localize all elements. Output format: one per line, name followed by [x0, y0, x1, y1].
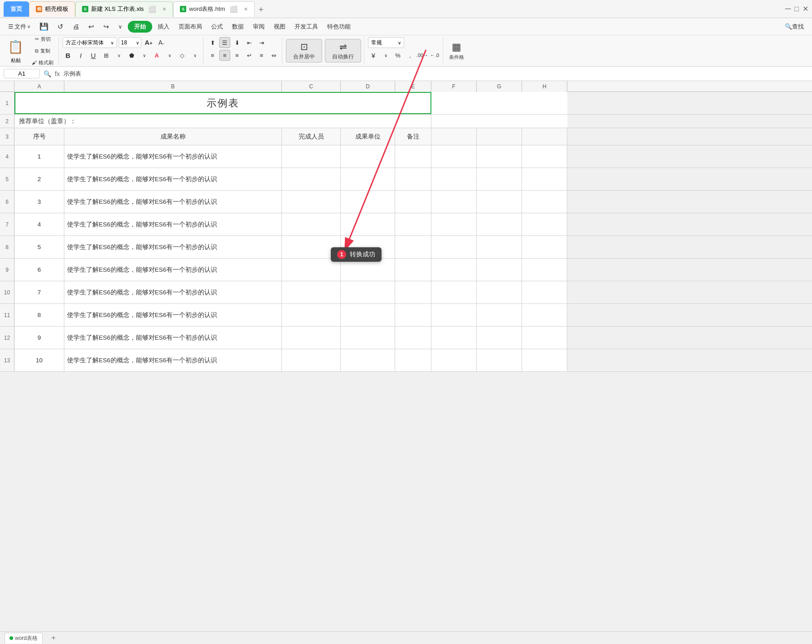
formula-input[interactable] [63, 70, 808, 77]
cell-a3[interactable]: 序号 [14, 128, 64, 145]
cell-h12[interactable] [522, 327, 567, 349]
cell-h13[interactable] [522, 349, 567, 371]
shape-dropdown[interactable]: ∨ [139, 50, 150, 61]
cell-c5[interactable] [282, 168, 341, 190]
cell-f10[interactable] [431, 281, 477, 303]
align-top-button[interactable]: ⬆ [207, 37, 218, 48]
percent-button[interactable]: % [392, 50, 403, 61]
cell-h6[interactable] [522, 191, 567, 213]
formula-menu[interactable]: 公式 [208, 21, 227, 32]
close-window-icon[interactable]: ✕ [802, 5, 808, 13]
cell-b9[interactable]: 使学生了解ES6的概念，能够对ES6有一个初步的认识 [64, 259, 282, 281]
col-header-g[interactable]: G [477, 81, 522, 92]
indent-decrease-button[interactable]: ⇤ [244, 37, 255, 48]
cell-h8[interactable] [522, 236, 567, 258]
cell-c10[interactable] [282, 281, 341, 303]
cell-a2[interactable]: 推荐单位（盖章）： [14, 115, 431, 128]
font-name-selector[interactable]: 方正小标宋简体 ∨ [63, 37, 117, 48]
tab-xls[interactable]: S 新建 XLS 工作表.xls ⬜ ✕ [75, 1, 173, 17]
tab-word[interactable]: S word表格.htm ⬜ ✕ [173, 1, 254, 17]
cell-g3[interactable] [477, 128, 522, 145]
cell-f1[interactable] [431, 92, 477, 114]
cell-g11[interactable] [477, 304, 522, 326]
cell-c11[interactable] [282, 304, 341, 326]
shape-button[interactable]: ⬟ [126, 50, 137, 61]
review-menu[interactable]: 审阅 [249, 21, 268, 32]
cell-e3[interactable]: 备注 [395, 128, 431, 145]
italic-button[interactable]: I [75, 50, 86, 61]
cell-h10[interactable] [522, 281, 567, 303]
col-header-a[interactable]: A [14, 81, 64, 92]
find-menu[interactable]: 🔍查找 [781, 21, 807, 32]
cell-d10[interactable] [341, 281, 395, 303]
cell-d13[interactable] [341, 349, 395, 371]
cell-h2[interactable] [522, 115, 567, 128]
cell-a9[interactable]: 6 [14, 259, 64, 281]
cell-reference-input[interactable] [4, 69, 40, 78]
cell-h3[interactable] [522, 128, 567, 145]
word-close-icon[interactable]: ✕ [244, 6, 248, 12]
font-color-button[interactable]: A [151, 50, 162, 61]
font-color-dropdown[interactable]: ∨ [164, 50, 175, 61]
cell-b12[interactable]: 使学生了解ES6的概念，能够对ES6有一个初步的认识 [64, 327, 282, 349]
cell-g13[interactable] [477, 349, 522, 371]
cell-f11[interactable] [431, 304, 477, 326]
cell-b5[interactable]: 使学生了解ES6的概念，能够对ES6有一个初步的认识 [64, 168, 282, 190]
cell-f7[interactable] [431, 213, 477, 235]
cell-g12[interactable] [477, 327, 522, 349]
cell-b8[interactable]: 使学生了解ES6的概念，能够对ES6有一个初步的认识 [64, 236, 282, 258]
highlight-dropdown[interactable]: ∨ [189, 50, 200, 61]
view-menu[interactable]: 视图 [270, 21, 289, 32]
cell-g6[interactable] [477, 191, 522, 213]
cell-d12[interactable] [341, 327, 395, 349]
bold-button[interactable]: B [63, 50, 73, 61]
cell-g10[interactable] [477, 281, 522, 303]
cell-e5[interactable] [395, 168, 431, 190]
data-menu[interactable]: 数据 [228, 21, 247, 32]
undo-multi-btn[interactable]: ↺ [54, 21, 67, 32]
cell-a1[interactable]: 示例表 [14, 92, 431, 114]
cell-f3[interactable] [431, 128, 477, 145]
col-header-f[interactable]: F [431, 81, 477, 92]
cell-f5[interactable] [431, 168, 477, 190]
more-btn[interactable]: ∨ [115, 22, 126, 31]
col-header-b[interactable]: B [64, 81, 282, 92]
number-format-selector[interactable]: 常规 ∨ [368, 37, 404, 48]
col-header-e[interactable]: E [395, 81, 431, 92]
cell-f4[interactable] [431, 145, 477, 168]
col-header-c[interactable]: C [282, 81, 341, 92]
cell-b7[interactable]: 使学生了解ES6的概念，能够对ES6有一个初步的认识 [64, 213, 282, 235]
cell-g9[interactable] [477, 259, 522, 281]
cell-a12[interactable]: 9 [14, 327, 64, 349]
cell-c12[interactable] [282, 327, 341, 349]
cell-g7[interactable] [477, 213, 522, 235]
cell-e7[interactable] [395, 213, 431, 235]
cell-a6[interactable]: 3 [14, 191, 64, 213]
sheet-tab-word[interactable]: word表格 [5, 633, 43, 644]
cell-d4[interactable] [341, 145, 395, 168]
auto-wrap-button[interactable]: ⇌ 自动换行 [325, 39, 361, 62]
cell-g5[interactable] [477, 168, 522, 190]
cell-b11[interactable]: 使学生了解ES6的概念，能够对ES6有一个初步的认识 [64, 304, 282, 326]
cell-e4[interactable] [395, 145, 431, 168]
features-menu[interactable]: 特色功能 [324, 21, 354, 32]
file-menu[interactable]: ☰ 文件 ∨ [5, 21, 34, 32]
cell-a8[interactable]: 5 [14, 236, 64, 258]
cell-d5[interactable] [341, 168, 395, 190]
cell-f2[interactable] [431, 115, 477, 128]
cell-h1[interactable] [522, 92, 567, 114]
align-center-button[interactable]: ≡ [219, 50, 230, 61]
minimize-icon[interactable]: ─ [785, 4, 791, 14]
redo-btn[interactable]: ↪ [100, 21, 113, 32]
format-painter-button[interactable]: 🖌 格式刷 [29, 58, 56, 67]
decimal-down-button[interactable]: ←.0 [429, 50, 440, 61]
cell-e9[interactable] [395, 259, 431, 281]
cell-d7[interactable] [341, 213, 395, 235]
underline-button[interactable]: U [88, 50, 99, 61]
cell-a4[interactable]: 1 [14, 145, 64, 168]
cell-c4[interactable] [282, 145, 341, 168]
start-menu[interactable]: 开始 [128, 21, 152, 33]
new-tab-button[interactable]: ＋ [255, 3, 267, 15]
currency-button[interactable]: ¥ [368, 50, 379, 61]
cell-g2[interactable] [477, 115, 522, 128]
